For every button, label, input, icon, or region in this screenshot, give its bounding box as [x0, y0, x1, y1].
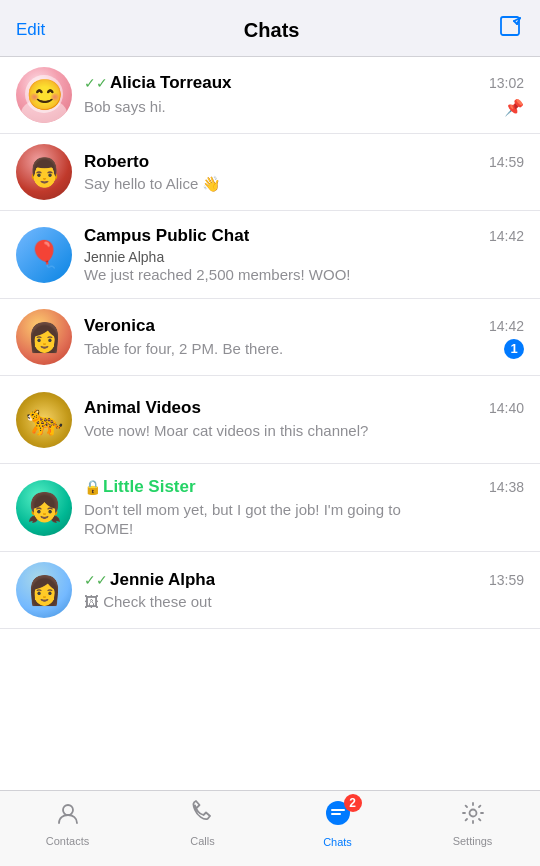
- chat-content-sister: 🔒 Little Sister 14:38 Don't tell mom yet…: [84, 477, 524, 539]
- tab-chats-badge: 2: [344, 794, 362, 812]
- contacts-icon: [55, 800, 81, 832]
- chat-preview-alicia: Bob says hi.: [84, 98, 166, 115]
- chat-time-animal: 14:40: [489, 400, 524, 416]
- tab-calls[interactable]: Calls: [135, 800, 270, 847]
- svg-line-3: [514, 21, 517, 24]
- tab-chats[interactable]: 2 Chats: [270, 799, 405, 848]
- chat-time-alicia: 13:02: [489, 75, 524, 91]
- chat-time-jennie: 13:59: [489, 572, 524, 588]
- svg-point-6: [469, 810, 476, 817]
- tab-settings[interactable]: Settings: [405, 800, 540, 847]
- avatar-campus: 🎈: [16, 227, 72, 283]
- svg-point-4: [63, 805, 73, 815]
- chat-content-roberto: Roberto 14:59 Say hello to Alice 👋: [84, 152, 524, 193]
- avatar-jennie: 👩: [16, 562, 72, 618]
- chat-item-roberto[interactable]: 👨 Roberto 14:59 Say hello to Alice 👋: [0, 134, 540, 211]
- tab-contacts-label: Contacts: [46, 835, 89, 847]
- pin-icon-alicia: 📌: [504, 98, 524, 117]
- chat-preview-animal: Vote now! Moar cat videos in this channe…: [84, 421, 404, 441]
- unread-badge-veronica: 1: [504, 339, 524, 359]
- avatar-roberto: 👨: [16, 144, 72, 200]
- read-check-alicia: ✓✓: [84, 75, 108, 91]
- chat-content-animal: Animal Videos 14:40 Vote now! Moar cat v…: [84, 398, 524, 441]
- chat-name-sister: Little Sister: [103, 477, 196, 497]
- avatar-sister: 👧: [16, 480, 72, 536]
- lock-icon-sister: 🔒: [84, 479, 101, 495]
- chat-preview-veronica: Table for four, 2 PM. Be there.: [84, 340, 283, 357]
- chat-content-campus: Campus Public Chat 14:42 Jennie Alpha We…: [84, 226, 524, 284]
- chat-name-veronica: Veronica: [84, 316, 155, 336]
- chat-item-animal[interactable]: 🐆 Animal Videos 14:40 Vote now! Moar cat…: [0, 376, 540, 464]
- chat-list: 😊 ✓✓ Alicia Torreaux 13:02 Bob says hi. …: [0, 57, 540, 790]
- avatar-alicia: 😊: [16, 67, 72, 123]
- avatar-animal: 🐆: [16, 392, 72, 448]
- calls-icon: [190, 800, 216, 832]
- tab-bar: Contacts Calls 2 Chats: [0, 790, 540, 866]
- chat-preview-roberto: Say hello to Alice 👋: [84, 175, 221, 193]
- read-check-jennie: ✓✓: [84, 572, 108, 588]
- compose-icon[interactable]: [498, 14, 524, 46]
- tab-chats-badge-wrapper: 2: [324, 799, 352, 833]
- chat-name-animal: Animal Videos: [84, 398, 201, 418]
- chat-content-alicia: ✓✓ Alicia Torreaux 13:02 Bob says hi. 📌: [84, 73, 524, 117]
- edit-button[interactable]: Edit: [16, 20, 45, 40]
- chat-item-campus[interactable]: 🎈 Campus Public Chat 14:42 Jennie Alpha …: [0, 211, 540, 299]
- tab-chats-label: Chats: [323, 836, 352, 848]
- chat-name-alicia: Alicia Torreaux: [110, 73, 232, 93]
- chat-preview-sister: Don't tell mom yet, but I got the job! I…: [84, 500, 404, 539]
- chat-name-jennie: Jennie Alpha: [110, 570, 215, 590]
- chat-subname-campus: Jennie Alpha: [84, 249, 524, 265]
- chat-preview-campus: We just reached 2,500 members! WOO!: [84, 266, 351, 283]
- tab-settings-label: Settings: [453, 835, 493, 847]
- chat-time-roberto: 14:59: [489, 154, 524, 170]
- chat-time-veronica: 14:42: [489, 318, 524, 334]
- chat-content-jennie: ✓✓ Jennie Alpha 13:59 🖼 Check these out: [84, 570, 524, 610]
- header: Edit Chats: [0, 0, 540, 57]
- chat-item-jennie[interactable]: 👩 ✓✓ Jennie Alpha 13:59 🖼 Check these ou…: [0, 552, 540, 629]
- avatar-veronica: 👩: [16, 309, 72, 365]
- chat-time-sister: 14:38: [489, 479, 524, 495]
- chat-name-campus: Campus Public Chat: [84, 226, 249, 246]
- chat-time-campus: 14:42: [489, 228, 524, 244]
- chat-meta-veronica: 1: [504, 339, 524, 359]
- settings-icon: [460, 800, 486, 832]
- chat-item-veronica[interactable]: 👩 Veronica 14:42 Table for four, 2 PM. B…: [0, 299, 540, 376]
- tab-calls-label: Calls: [190, 835, 214, 847]
- chat-item-sister[interactable]: 👧 🔒 Little Sister 14:38 Don't tell mom y…: [0, 464, 540, 552]
- page-title: Chats: [244, 19, 300, 42]
- chat-meta-alicia: 📌: [504, 96, 524, 117]
- tab-contacts[interactable]: Contacts: [0, 800, 135, 847]
- chat-preview-jennie: 🖼 Check these out: [84, 593, 212, 610]
- chat-name-roberto: Roberto: [84, 152, 149, 172]
- chat-content-veronica: Veronica 14:42 Table for four, 2 PM. Be …: [84, 316, 524, 359]
- chat-item-alicia[interactable]: 😊 ✓✓ Alicia Torreaux 13:02 Bob says hi. …: [0, 57, 540, 134]
